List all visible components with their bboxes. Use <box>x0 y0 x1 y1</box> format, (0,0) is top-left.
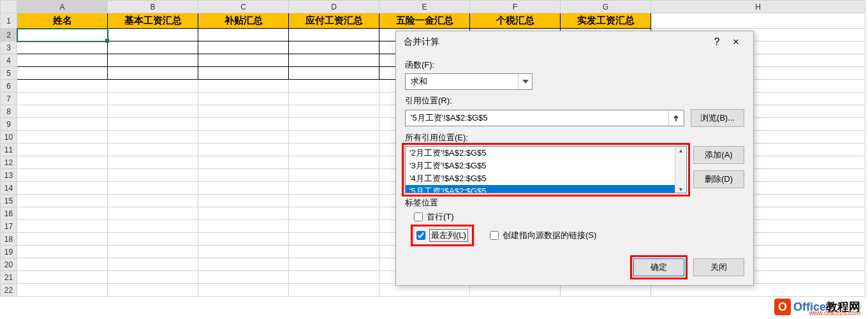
cell[interactable] <box>198 207 289 220</box>
cell[interactable]: 五险一金汇总 <box>379 13 470 29</box>
browse-button[interactable]: 浏览(B)... <box>691 109 744 127</box>
row-header[interactable]: 22 <box>1 284 17 297</box>
cell[interactable] <box>289 29 379 41</box>
function-combo[interactable]: 求和 <box>405 73 533 90</box>
column-header[interactable]: E <box>379 1 470 13</box>
row-header[interactable]: 10 <box>1 131 17 144</box>
list-item[interactable]: '3月工资'!$A$2:$G$5 <box>406 160 675 172</box>
cell[interactable] <box>17 246 108 258</box>
row-header[interactable]: 15 <box>1 195 17 207</box>
cell[interactable] <box>17 80 108 93</box>
cell[interactable] <box>289 258 379 271</box>
column-header[interactable]: D <box>289 1 379 13</box>
cell[interactable] <box>289 41 379 54</box>
cell[interactable] <box>289 220 379 233</box>
cell[interactable] <box>289 169 379 182</box>
cell[interactable] <box>108 271 198 284</box>
row-header[interactable]: 18 <box>1 233 17 246</box>
cell[interactable] <box>108 105 198 118</box>
cell[interactable] <box>289 195 379 207</box>
cell[interactable] <box>198 118 289 131</box>
top-row-checkbox[interactable] <box>414 212 423 221</box>
cell[interactable]: 基本工资汇总 <box>108 13 198 29</box>
cell[interactable] <box>17 29 108 41</box>
cell[interactable] <box>17 271 108 284</box>
cell[interactable] <box>289 131 379 144</box>
cell[interactable]: 实发工资汇总 <box>561 13 651 29</box>
cell[interactable] <box>17 131 108 144</box>
column-header[interactable]: C <box>198 1 289 13</box>
row-header[interactable]: 12 <box>1 156 17 169</box>
cell[interactable] <box>108 169 198 182</box>
row-header[interactable]: 1 <box>1 13 17 29</box>
cell[interactable] <box>198 29 289 41</box>
cell[interactable] <box>108 258 198 271</box>
row-header[interactable]: 19 <box>1 246 17 258</box>
cell[interactable]: 个税汇总 <box>470 13 561 29</box>
cell[interactable] <box>198 246 289 258</box>
chevron-down-icon[interactable] <box>518 74 532 89</box>
cell[interactable] <box>17 233 108 246</box>
cell[interactable] <box>17 207 108 220</box>
row-header[interactable]: 4 <box>1 54 17 67</box>
row-header[interactable]: 16 <box>1 207 17 220</box>
close-button[interactable]: 关闭 <box>693 258 744 276</box>
cell[interactable] <box>17 258 108 271</box>
cell[interactable] <box>108 182 198 195</box>
cell[interactable] <box>108 41 198 54</box>
cell[interactable] <box>17 284 108 297</box>
cell[interactable] <box>108 93 198 105</box>
cell[interactable] <box>198 284 289 297</box>
cell[interactable] <box>289 54 379 67</box>
cell[interactable] <box>17 169 108 182</box>
delete-button[interactable]: 删除(D) <box>693 170 744 188</box>
cell[interactable]: 补贴汇总 <box>198 13 289 29</box>
row-header[interactable]: 2 <box>1 29 17 41</box>
column-header[interactable]: G <box>561 1 651 13</box>
left-column-checkbox[interactable] <box>416 231 425 240</box>
cell[interactable] <box>17 118 108 131</box>
cell[interactable] <box>17 54 108 67</box>
cell[interactable] <box>198 144 289 156</box>
range-picker-icon[interactable] <box>668 110 684 126</box>
cell[interactable] <box>289 144 379 156</box>
cell[interactable] <box>289 246 379 258</box>
cell[interactable] <box>17 67 108 80</box>
scroll-down-icon[interactable]: ▾ <box>679 186 682 193</box>
cell[interactable] <box>17 144 108 156</box>
cell[interactable] <box>108 144 198 156</box>
cell[interactable] <box>198 80 289 93</box>
row-header[interactable]: 8 <box>1 105 17 118</box>
cell[interactable] <box>198 182 289 195</box>
cell[interactable] <box>198 169 289 182</box>
cell[interactable] <box>108 118 198 131</box>
row-header[interactable]: 13 <box>1 169 17 182</box>
cell[interactable] <box>289 118 379 131</box>
cell[interactable] <box>17 156 108 169</box>
cell[interactable] <box>108 284 198 297</box>
row-header[interactable]: 7 <box>1 93 17 105</box>
cell[interactable] <box>198 220 289 233</box>
scrollbar[interactable]: ▴ ▾ <box>675 147 686 193</box>
all-references-listbox[interactable]: '2月工资'!$A$2:$G$5'3月工资'!$A$2:$G$5'4月工资'!$… <box>405 146 687 193</box>
row-header[interactable]: 14 <box>1 182 17 195</box>
row-header[interactable]: 21 <box>1 271 17 284</box>
ok-button[interactable]: 确定 <box>633 258 684 276</box>
cell[interactable] <box>289 207 379 220</box>
cell[interactable] <box>17 220 108 233</box>
cell[interactable] <box>289 233 379 246</box>
cell[interactable] <box>17 195 108 207</box>
cell[interactable] <box>289 105 379 118</box>
row-header[interactable]: 9 <box>1 118 17 131</box>
cell[interactable] <box>651 13 865 29</box>
dialog-titlebar[interactable]: 合并计算 ? × <box>396 31 753 53</box>
cell[interactable] <box>198 271 289 284</box>
cell[interactable] <box>198 54 289 67</box>
row-header[interactable]: 17 <box>1 220 17 233</box>
cell[interactable] <box>289 80 379 93</box>
cell[interactable] <box>289 182 379 195</box>
cell[interactable] <box>108 207 198 220</box>
cell[interactable] <box>108 195 198 207</box>
create-links-checkbox[interactable] <box>490 231 499 240</box>
row-header[interactable]: 20 <box>1 258 17 271</box>
